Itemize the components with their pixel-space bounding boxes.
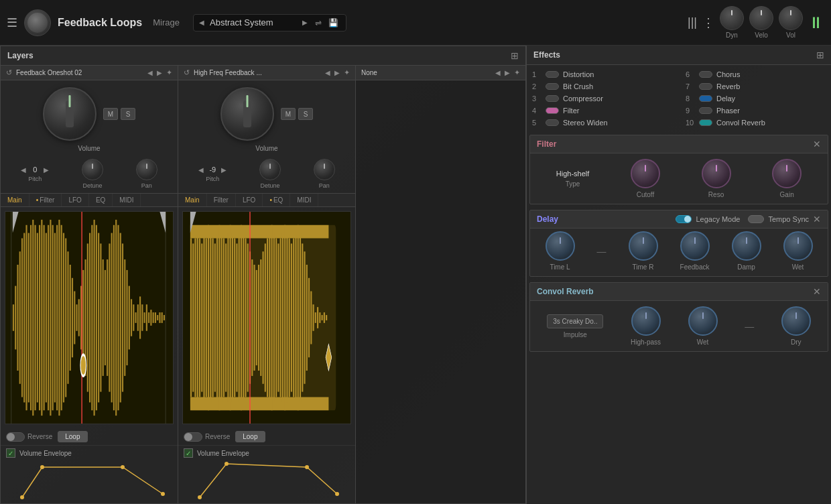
effect-num-5: 5 — [532, 119, 541, 127]
filter-subpanel-title: Filter — [537, 139, 809, 149]
legacy-mode-toggle[interactable] — [676, 215, 692, 223]
layer-2-detune-knob[interactable] — [259, 159, 281, 180]
svg-rect-139 — [308, 278, 310, 358]
layer-2-next-arrow[interactable]: ▶ — [334, 69, 340, 76]
convol-wet-knob[interactable] — [688, 306, 718, 336]
convol-close-btn[interactable]: ✕ — [813, 286, 821, 297]
layer-1-detune-knob[interactable] — [82, 159, 103, 180]
delay-wet-knob[interactable] — [783, 231, 813, 261]
filter-gain-group: Gain — [772, 159, 802, 198]
layer-1-tab-lfo[interactable]: LFO — [62, 194, 88, 206]
effect-toggle-reverb[interactable] — [699, 83, 712, 90]
layer-2-tab-midi[interactable]: MIDI — [290, 194, 318, 206]
hamburger-icon[interactable]: ☰ — [7, 15, 17, 30]
effect-toggle-chorus[interactable] — [699, 71, 712, 78]
layer-1-mute-btn[interactable]: M — [103, 108, 118, 120]
layer-2-tab-eq[interactable]: EQ — [263, 194, 290, 206]
svg-rect-25 — [61, 225, 62, 411]
layer-2-loop-btn[interactable]: Loop — [235, 431, 265, 442]
save-icon[interactable]: 💾 — [326, 17, 340, 28]
layer-2-prev-arrow[interactable]: ◀ — [325, 69, 330, 76]
layer-3-next-arrow[interactable]: ▶ — [505, 69, 510, 76]
delay-timel-knob[interactable] — [546, 231, 575, 261]
layer-2-solo-btn[interactable]: S — [298, 108, 313, 120]
effect-toggle-phaser[interactable] — [699, 107, 712, 114]
svg-rect-72 — [164, 315, 165, 320]
layer-1-tab-eq[interactable]: EQ — [89, 194, 113, 206]
convol-dry-knob[interactable] — [781, 306, 811, 336]
layer-2-pan-knob[interactable] — [314, 159, 335, 180]
effect-toggle-delay[interactable] — [699, 95, 712, 102]
layer-2-options-icon[interactable]: ✦ — [344, 68, 350, 77]
filter-gain-knob[interactable] — [772, 159, 802, 188]
layer-1-loop-btn[interactable]: Loop — [58, 431, 87, 442]
layer-2-loop-icon[interactable]: ↺ — [184, 68, 190, 77]
svg-rect-28 — [67, 251, 68, 384]
svg-point-76 — [80, 355, 86, 376]
effect-toggle-distortion[interactable] — [546, 71, 559, 78]
shuffle-icon[interactable]: ⇌ — [313, 17, 324, 28]
layer-2-volume-knob[interactable] — [220, 87, 274, 141]
effect-toggle-filter[interactable] — [546, 107, 559, 114]
layer-1-envelope-graph[interactable] — [6, 460, 172, 501]
layer-2-tab-lfo[interactable]: LFO — [236, 194, 263, 206]
layer-2-envelope-graph[interactable] — [184, 460, 350, 501]
meter-icon[interactable]: ||| — [688, 15, 697, 29]
delay-subpanel-title: Delay — [537, 214, 671, 224]
dyn-knob[interactable] — [720, 6, 744, 30]
vol-knob[interactable] — [779, 6, 803, 30]
preset-bar: ◀ Abstract System ▶ ⇌ 💾 — [193, 14, 346, 32]
layer-1-solo-btn[interactable]: S — [121, 108, 135, 120]
filter-type-value[interactable]: High-shelf — [556, 170, 590, 178]
filter-cutoff-knob[interactable] — [631, 159, 660, 188]
delay-timer-knob[interactable] — [629, 231, 658, 261]
delay-feedback-knob[interactable] — [680, 231, 710, 261]
filter-reso-knob[interactable] — [702, 159, 731, 188]
layer-3-options-icon[interactable]: ✦ — [514, 68, 520, 77]
layer-3-prev-arrow[interactable]: ◀ — [495, 69, 501, 76]
svg-rect-11 — [30, 225, 31, 411]
layer-1-options-icon[interactable]: ✦ — [166, 68, 172, 77]
effect-toggle-compressor[interactable] — [546, 95, 559, 102]
layer-1-prev-arrow[interactable]: ◀ — [147, 69, 153, 76]
svg-rect-138 — [306, 265, 308, 371]
layer-2-waveform[interactable] — [182, 211, 351, 424]
preset-next-arrow[interactable]: ▶ — [302, 19, 308, 26]
filter-close-btn[interactable]: ✕ — [813, 139, 821, 149]
tempo-sync-toggle[interactable] — [748, 215, 764, 223]
play-icon[interactable]: ⏸ — [808, 13, 824, 32]
layer-1-vol-env-checkbox[interactable]: ✓ — [6, 448, 15, 458]
layer-1-loop-icon[interactable]: ↺ — [6, 68, 12, 77]
layer-1-pan-knob[interactable] — [136, 159, 157, 180]
velo-knob[interactable] — [749, 6, 773, 30]
svg-rect-24 — [58, 220, 60, 416]
layers-expand-icon[interactable]: ⊞ — [511, 50, 519, 61]
layer-1-reverse-switch[interactable] — [6, 432, 25, 442]
layer-2-vol-env-checkbox[interactable]: ✓ — [184, 448, 193, 458]
layer-1-next-arrow[interactable]: ▶ — [157, 69, 162, 76]
layer-1-tab-midi[interactable]: MIDI — [113, 194, 141, 206]
layer-2-reverse-switch[interactable] — [184, 432, 202, 442]
effect-toggle-stereowiden[interactable] — [546, 119, 559, 126]
layer-1-tab-main[interactable]: Main — [1, 194, 29, 206]
effect-name-phaser: Phaser — [716, 107, 740, 115]
layer-1-pitch-next[interactable]: ▶ — [44, 166, 49, 174]
layer-1-pitch-prev[interactable]: ◀ — [21, 166, 26, 174]
convol-impulse-btn[interactable]: 3s Creaky Do.. — [547, 314, 603, 328]
layer-2-mute-btn[interactable]: M — [281, 108, 296, 120]
layer-2-pitch-next[interactable]: ▶ — [221, 166, 227, 174]
layer-2-tab-filter[interactable]: Filter — [207, 194, 236, 206]
effect-toggle-bitcrush[interactable] — [546, 83, 559, 90]
effects-expand-icon[interactable]: ⊞ — [816, 50, 824, 60]
layer-1-waveform[interactable] — [5, 211, 174, 424]
options-icon[interactable]: ⋮ — [702, 15, 714, 30]
preset-prev-arrow[interactable]: ◀ — [199, 19, 204, 26]
layer-2-tab-main[interactable]: Main — [178, 194, 207, 206]
delay-damp-knob[interactable] — [732, 231, 761, 261]
convol-highpass-knob[interactable] — [631, 306, 661, 336]
effect-toggle-convolreverb[interactable] — [699, 119, 712, 126]
layer-1-tab-filter[interactable]: Filter — [29, 194, 62, 206]
layer-1-volume-knob[interactable] — [43, 87, 97, 141]
layer-2-pitch-prev[interactable]: ◀ — [198, 166, 204, 174]
delay-close-btn[interactable]: ✕ — [813, 214, 821, 225]
